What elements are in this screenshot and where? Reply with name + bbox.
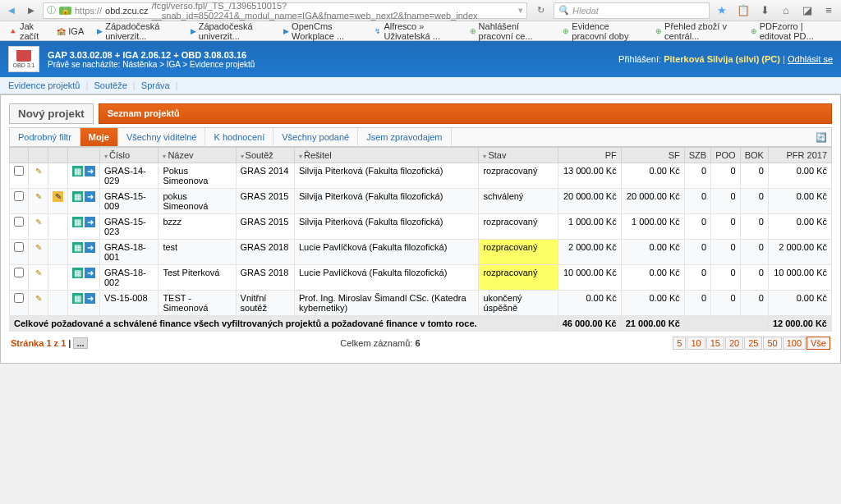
cell-poo: 0 <box>711 240 740 265</box>
extra-icon[interactable]: ✎ <box>53 191 63 202</box>
edit-icon[interactable]: ✎ <box>33 191 44 202</box>
cell-resitel: Lucie Pavlíčková (Fakulta filozofická) <box>294 265 479 291</box>
browser-search[interactable]: 🔍 Hledat <box>554 2 710 19</box>
action-a-icon[interactable]: ▦ <box>72 268 83 278</box>
back-button[interactable]: ◄ <box>3 2 20 19</box>
edit-icon[interactable]: ✎ <box>33 268 44 278</box>
action-a-icon[interactable]: ▦ <box>72 191 83 202</box>
page-size-button[interactable]: 25 <box>744 337 762 350</box>
cell-cislo: GRAS-18-002 <box>100 265 159 291</box>
edit-icon[interactable]: ✎ <box>33 293 44 304</box>
bookmark-item[interactable]: ▶Západočeská univerzit... <box>187 20 273 43</box>
page-size-button[interactable]: Vše <box>807 337 830 350</box>
filter-tab[interactable]: K hodnocení <box>205 128 273 146</box>
clipboard-icon[interactable]: 📋 <box>734 4 752 16</box>
column-header[interactable]: Soutěž <box>236 148 294 163</box>
row-checkbox[interactable] <box>14 191 24 201</box>
action-b-icon[interactable]: ➜ <box>85 242 95 253</box>
row-checkbox[interactable] <box>14 242 24 252</box>
column-header <box>10 148 29 163</box>
filter-tabs: Podrobný filtrMojeVšechny viditelnéK hod… <box>9 127 832 147</box>
action-a-icon[interactable]: ▦ <box>72 217 83 227</box>
column-header[interactable]: PF <box>558 148 621 163</box>
bookmark-item[interactable]: ▶OpenCms Workplace ... <box>280 20 365 43</box>
filter-tab[interactable]: Podrobný filtr <box>10 128 80 146</box>
cell-stav: rozpracovaný <box>479 214 558 240</box>
cell-bok: 0 <box>740 163 768 189</box>
bookmark-item[interactable]: ⊕PDFzorro | editovat PD... <box>747 20 836 43</box>
column-header[interactable]: SF <box>621 148 684 163</box>
dropdown-icon[interactable]: ▾ <box>518 5 523 16</box>
cell-cislo: GRAS-15-009 <box>100 189 159 214</box>
nav-link[interactable]: Evidence projektů <box>8 80 80 90</box>
cell-nazev: test <box>159 240 236 265</box>
cell-stav: rozpracovaný <box>479 265 558 291</box>
action-a-icon[interactable]: ▦ <box>72 242 83 253</box>
page-size-button[interactable]: 10 <box>687 337 705 350</box>
filter-tab[interactable]: Moje <box>80 128 118 146</box>
bookmark-item[interactable]: ⊕Přehled zboží v centrál... <box>652 20 741 43</box>
edit-icon[interactable]: ✎ <box>33 242 44 253</box>
nav-link[interactable]: Správa <box>141 80 170 90</box>
column-header[interactable]: Řešitel <box>294 148 479 163</box>
nav-link[interactable]: Soutěže <box>94 80 126 90</box>
refresh-icon[interactable]: 🔄 <box>811 128 831 146</box>
home-icon[interactable]: ⌂ <box>777 4 795 16</box>
edit-icon[interactable]: ✎ <box>33 166 44 176</box>
search-placeholder: Hledat <box>572 6 599 16</box>
bookmark-star-icon[interactable]: ★ <box>713 4 731 16</box>
row-checkbox[interactable] <box>14 166 24 176</box>
bookmark-item[interactable]: ⊕Evidence pracovní doby <box>559 20 646 43</box>
downloads-icon[interactable]: ⬇ <box>756 4 774 16</box>
filter-tab[interactable]: Jsem zpravodajem <box>358 128 451 146</box>
cell-pfr: 0.00 Kč <box>768 163 831 189</box>
menu-icon[interactable]: ≡ <box>820 4 838 16</box>
filter-tab[interactable]: Všechny podané <box>273 128 358 146</box>
column-header[interactable]: POO <box>711 148 740 163</box>
page-size-button[interactable]: 5 <box>673 337 686 350</box>
action-b-icon[interactable]: ➜ <box>85 268 95 278</box>
row-checkbox[interactable] <box>14 268 24 277</box>
bookmark-item[interactable]: ⊕Nahlášení pracovní ce... <box>466 20 554 43</box>
filter-tab[interactable]: Všechny viditelné <box>118 128 206 146</box>
cell-pf: 1 000.00 Kč <box>558 214 621 240</box>
action-b-icon[interactable]: ➜ <box>85 166 95 176</box>
bookmark-item[interactable]: ↯Alfresco » Uživatelská ... <box>371 20 459 43</box>
app-info: GAP 3.03.02.08 + IGA 2.06.12 + OBD 3.08.… <box>48 50 618 69</box>
row-checkbox[interactable] <box>14 293 24 303</box>
column-header[interactable]: Číslo <box>100 148 159 163</box>
new-project-button[interactable]: Nový projekt <box>9 103 94 124</box>
bookmark-item[interactable]: ▶Západočeská univerzit... <box>94 20 180 43</box>
page-size-button[interactable]: 20 <box>725 337 743 350</box>
edit-icon[interactable]: ✎ <box>33 217 44 227</box>
page-more-button[interactable]: ... <box>73 337 87 349</box>
column-header[interactable]: BOK <box>740 148 768 163</box>
app-logo: OBD 3.1 <box>8 46 39 72</box>
forward-button[interactable]: ► <box>23 2 39 19</box>
row-checkbox[interactable] <box>14 217 24 227</box>
column-header[interactable]: SZB <box>684 148 710 163</box>
column-header[interactable]: Název <box>159 148 236 163</box>
bookmark-item[interactable]: 🔺Jak začít <box>5 20 47 43</box>
page-size-selector: 51015202550100Vše <box>673 337 830 350</box>
cell-pf: 20 000.00 Kč <box>558 189 621 214</box>
cell-sf: 0.00 Kč <box>621 240 684 265</box>
page-size-button[interactable]: 100 <box>783 337 806 350</box>
action-b-icon[interactable]: ➜ <box>85 191 95 202</box>
column-header[interactable]: Stav <box>479 148 558 163</box>
cell-sf: 20 000.00 Kč <box>621 189 684 214</box>
table-row: ✎▦➜GRAS-15-023bzzzGRAS 2015Silvija Piter… <box>10 214 832 240</box>
reload-button[interactable]: ↻ <box>531 5 550 16</box>
column-header[interactable]: PFR 2017 <box>768 148 831 163</box>
action-b-icon[interactable]: ➜ <box>85 217 95 227</box>
logout-link[interactable]: Odhlásit se <box>788 54 833 64</box>
bookmark-item[interactable]: 🏫IGA <box>53 25 87 38</box>
page-size-button[interactable]: 15 <box>706 337 724 350</box>
url-bar[interactable]: ⓘ 🔒 https://obd.zcu.cz/fcgi/verso.fpl/_T… <box>43 2 527 19</box>
action-b-icon[interactable]: ➜ <box>85 293 95 304</box>
action-a-icon[interactable]: ▦ <box>72 293 83 304</box>
action-a-icon[interactable]: ▦ <box>72 166 83 176</box>
cell-sf: 0.00 Kč <box>621 291 684 316</box>
page-size-button[interactable]: 50 <box>763 337 781 350</box>
sidebar-icon[interactable]: ◪ <box>798 4 816 16</box>
